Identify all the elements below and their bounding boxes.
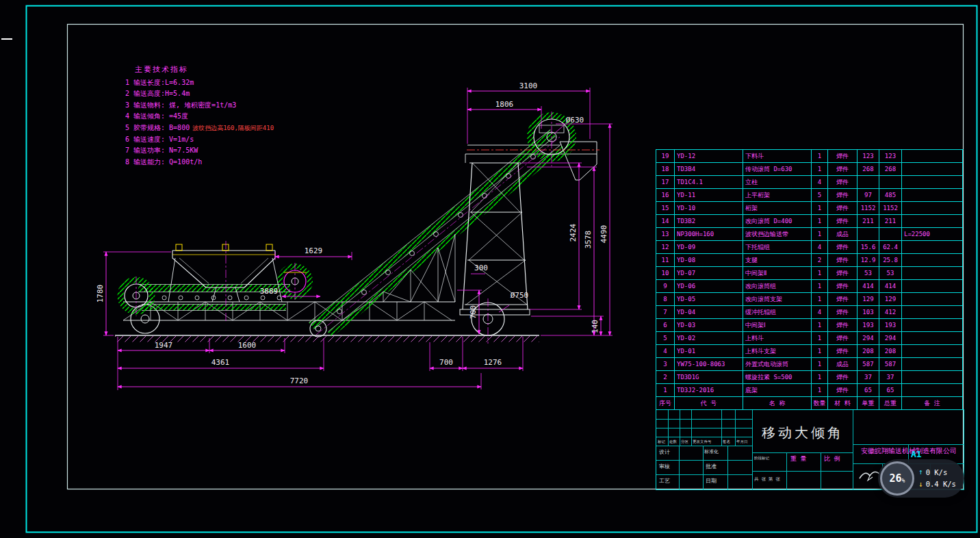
table-row: 2 TD3D1G 螺旋拉紧 S=500 1 焊件 37 37 bbox=[656, 371, 964, 384]
spec-item: 6 输送速度: V=1m/s bbox=[125, 134, 274, 146]
parts-list-body: 19 YD-12 下料斗 1 焊件 123 123 18 TD3B4 传动滚筒 … bbox=[656, 150, 964, 397]
table-row: 11 YD-08 支腿 2 焊件 12.9 25.8 bbox=[656, 254, 964, 267]
rev-label-date: 年月日 bbox=[736, 440, 748, 444]
stage-mark-label: 阶段标记 bbox=[754, 457, 769, 461]
table-row: 1 TD3J2-2016 底架 1 焊件 65 65 bbox=[656, 384, 964, 397]
progress-percent-unit: % bbox=[902, 478, 905, 484]
table-row: 16 YD-11 上平桁架 5 焊件 97 485 bbox=[656, 189, 964, 202]
role-approve: 批准 bbox=[706, 464, 717, 470]
upload-arrow-icon: ↑ bbox=[918, 466, 923, 478]
dim-4490: 4490 bbox=[599, 225, 608, 244]
ground-line bbox=[115, 335, 539, 342]
role-standard: 标准化 bbox=[704, 450, 719, 454]
company-name: 安徽皖翔输送机械制造有限公司 bbox=[854, 446, 964, 456]
dim-2424: 2424 bbox=[569, 223, 578, 242]
technical-specs: 主要技术指标 1 输送长度:L=6.32m 2 输送高度:H=5.4m 3 输送… bbox=[125, 64, 274, 168]
dim-700-horiz: 700 bbox=[439, 358, 453, 367]
specs-title: 主要技术指标 bbox=[135, 64, 274, 76]
parts-list-table: 19 YD-12 下料斗 1 焊件 123 123 18 TD3B4 传动滚筒 … bbox=[656, 149, 964, 410]
download-speed: 0.4 K/s bbox=[926, 478, 956, 490]
table-row: 12 YD-09 下托辊组 4 焊件 15.6 62.4 bbox=[656, 241, 964, 254]
role-date: 日期 bbox=[706, 478, 717, 484]
feeder-conveyor bbox=[120, 266, 310, 311]
role-process: 工艺 bbox=[659, 478, 670, 484]
dim-3578: 3578 bbox=[584, 231, 593, 249]
table-row: 17 TD1C4.1 立柱 4 焊件 bbox=[656, 176, 964, 189]
spec-item: 5 胶带规格: B=800波纹挡边高160,隔板间距410 bbox=[125, 123, 274, 134]
sheet-count-label: 共 张 第 张 bbox=[754, 477, 780, 482]
table-row: 5 YD-02 上料斗 1 焊件 294 294 bbox=[656, 332, 964, 345]
role-design: 设计 bbox=[659, 450, 670, 455]
spec-item: 7 输送功率: N=7.5KW bbox=[125, 145, 274, 157]
upload-speed: 0 K/s bbox=[926, 467, 948, 478]
dim-300: 300 bbox=[474, 264, 488, 272]
dim-750: Ø750 bbox=[511, 291, 529, 300]
table-row: 3 YW75-100-8063 外置式电动滚筒 1 成品 587 587 bbox=[656, 358, 964, 371]
drawing-title: 移动大倾角 bbox=[753, 415, 853, 450]
dim-7720: 7720 bbox=[290, 376, 309, 385]
dim-1947: 1947 bbox=[155, 341, 173, 350]
spec-item: 4 输送倾角: =45度 bbox=[125, 111, 274, 123]
dim-3889: 3889 bbox=[260, 287, 279, 296]
progress-percent: 26 bbox=[890, 472, 902, 485]
dim-630: Ø630 bbox=[566, 116, 584, 125]
table-row: 8 YD-05 改向滚筒支架 1 焊件 129 129 bbox=[656, 293, 964, 306]
dim-1629: 1629 bbox=[305, 246, 323, 255]
dim-1276: 1276 bbox=[484, 358, 502, 367]
download-arrow-icon: ↓ bbox=[918, 478, 923, 491]
scale-label: 比 例 bbox=[824, 456, 840, 462]
paper-size-label: A1 bbox=[911, 449, 922, 459]
cad-screenshot: { "specs": { "title": "主要技术指标", "items":… bbox=[0, 0, 980, 538]
rev-label-doc: 更改文件号 bbox=[693, 440, 712, 444]
dim-1780: 1780 bbox=[96, 285, 105, 303]
inclined-belt bbox=[309, 129, 563, 337]
dim-4361: 4361 bbox=[211, 358, 230, 367]
specs-list: 1 输送长度:L=6.32m 2 输送高度:H=5.4m 3 输送物料: 煤, … bbox=[125, 77, 274, 168]
table-row: 9 YD-06 改向滚筒组 1 焊件 414 414 bbox=[656, 280, 964, 293]
table-row: 14 TD3B2 改向滚筒 D=400 1 焊件 211 211 bbox=[656, 215, 964, 228]
dim-140: 140 bbox=[591, 320, 599, 333]
dim-3100: 3100 bbox=[519, 81, 538, 90]
spec-item: 8 输送能力: Q=100t/h bbox=[125, 157, 274, 168]
dim-700-vert: 700 bbox=[469, 305, 478, 319]
dim-1806: 1806 bbox=[495, 100, 514, 109]
dim-1600: 1600 bbox=[238, 341, 257, 350]
table-row: 18 TD3B4 传动滚筒 D=630 1 焊件 268 268 bbox=[656, 163, 964, 176]
table-header-row: 序号 代 号 名 称 数量 材 料 单重 总重 备 注 bbox=[656, 397, 964, 410]
rev-label-mark: 标记 bbox=[658, 440, 665, 444]
progress-circle[interactable]: 26% bbox=[880, 461, 914, 496]
weight-label: 重 量 bbox=[790, 456, 806, 462]
spec-item: 2 输送高度:H=5.4m bbox=[125, 88, 274, 100]
table-row: 15 YD-10 桁架 1 焊件 1152 1152 bbox=[656, 202, 964, 215]
speed-readout: ↑0 K/s ↓0.4 K/s bbox=[918, 466, 956, 490]
table-row: 19 YD-12 下料斗 1 焊件 123 123 bbox=[656, 150, 964, 163]
rev-label-count: 处数 bbox=[669, 440, 677, 444]
rev-label-zone: 分区 bbox=[681, 440, 688, 444]
netspeed-overlay[interactable]: 26% ↑0 K/s ↓0.4 K/s bbox=[878, 459, 964, 498]
table-row: 7 YD-04 缓冲托辊组 4 焊件 103 412 bbox=[656, 306, 964, 319]
table-row: 10 YD-07 中间架Ⅱ 1 焊件 53 53 bbox=[656, 267, 964, 280]
table-row: 4 YD-01 上料斗支架 1 焊件 208 208 bbox=[656, 345, 964, 358]
table-row: 6 YD-03 中间架Ⅰ 1 焊件 193 193 bbox=[656, 319, 964, 332]
rev-label-sign: 签名 bbox=[723, 440, 730, 444]
role-check: 审核 bbox=[659, 464, 670, 470]
table-row: 13 NP300H=160 波状挡边输送带 1 成品 L=22500 bbox=[656, 228, 964, 241]
spec-item: 3 输送物料: 煤, 堆积密度=1t/m3 bbox=[125, 100, 274, 112]
spec-item: 1 输送长度:L=6.32m bbox=[125, 77, 274, 89]
